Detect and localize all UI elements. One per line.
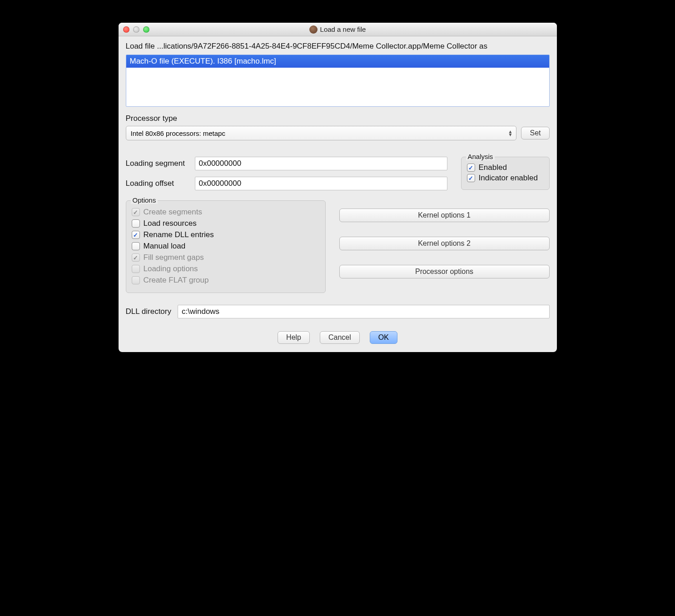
dialog-footer: Help Cancel OK [126, 331, 550, 344]
loading-options-checkbox [132, 265, 140, 273]
analysis-group: Analysis Enabled Indicator enabled [461, 157, 550, 190]
ok-button[interactable]: OK [370, 331, 397, 344]
load-resources-checkbox[interactable] [132, 219, 140, 228]
loading-segment-label: Loading segment [126, 159, 189, 168]
processor-type-select[interactable]: Intel 80x86 processors: metapc ▲▼ [126, 126, 517, 140]
app-icon [309, 25, 318, 34]
create-flat-checkbox [132, 276, 140, 284]
analysis-enabled-checkbox[interactable] [467, 164, 475, 172]
fill-gaps-label: Fill segment gaps [144, 253, 204, 262]
manual-load-checkbox[interactable] [132, 242, 140, 250]
manual-load-label: Manual load [144, 242, 186, 251]
options-group: Options Create segments Load resources R… [126, 200, 326, 293]
file-path-label: Load file ...lications/9A72F266-8851-4A2… [126, 42, 550, 51]
analysis-enabled-label: Enabled [479, 163, 507, 172]
chevron-updown-icon: ▲▼ [508, 130, 513, 136]
processor-type-label: Processor type [126, 114, 550, 123]
help-button[interactable]: Help [278, 331, 310, 344]
dialog-content: Load file ...lications/9A72F266-8851-4A2… [119, 36, 557, 352]
rename-dll-checkbox[interactable] [132, 231, 140, 239]
dialog-window: Load a new file Load file ...lications/9… [119, 23, 557, 352]
analysis-indicator-checkbox[interactable] [467, 174, 475, 182]
loading-options-label: Loading options [144, 264, 198, 273]
traffic-lights [123, 26, 149, 33]
dll-directory-label: DLL directory [126, 307, 171, 316]
window-title: Load a new file [320, 25, 366, 33]
processor-options-button[interactable]: Processor options [339, 265, 550, 278]
kernel-options-2-button[interactable]: Kernel options 2 [339, 237, 550, 250]
loading-offset-input[interactable] [195, 177, 447, 190]
processor-type-value: Intel 80x86 processors: metapc [131, 129, 225, 137]
dll-directory-input[interactable] [178, 305, 550, 318]
analysis-indicator-label: Indicator enabled [479, 174, 538, 183]
analysis-legend: Analysis [466, 153, 495, 160]
create-segments-label: Create segments [144, 208, 202, 217]
loading-offset-label: Loading offset [126, 179, 189, 188]
create-flat-label: Create FLAT group [144, 276, 209, 285]
load-resources-label: Load resources [144, 219, 197, 228]
minimize-icon[interactable] [133, 26, 139, 33]
set-button[interactable]: Set [521, 127, 549, 139]
options-legend: Options [131, 196, 158, 204]
create-segments-checkbox [132, 208, 140, 216]
kernel-buttons-column: Kernel options 1 Kernel options 2 Proces… [339, 200, 550, 278]
kernel-options-1-button[interactable]: Kernel options 1 [339, 209, 550, 222]
cancel-button[interactable]: Cancel [320, 331, 360, 344]
rename-dll-label: Rename DLL entries [144, 230, 214, 239]
fill-gaps-checkbox [132, 253, 140, 262]
file-type-item[interactable]: Mach-O file (EXECUTE). I386 [macho.lmc] [126, 55, 549, 68]
close-icon[interactable] [123, 26, 129, 33]
file-type-list[interactable]: Mach-O file (EXECUTE). I386 [macho.lmc] [126, 55, 550, 107]
titlebar: Load a new file [119, 23, 557, 36]
loading-segment-input[interactable] [195, 157, 447, 170]
zoom-icon[interactable] [143, 26, 149, 33]
